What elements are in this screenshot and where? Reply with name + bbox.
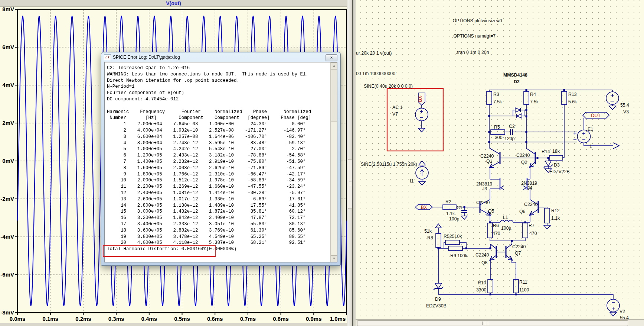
svg-text:-2mV: -2mV: [0, 196, 14, 202]
svg-text:SINE(0 40u 20k 0 0 0 0): SINE(0 40u 20k 0 0 0 0): [364, 84, 413, 89]
resistor-R10: [488, 280, 493, 293]
svg-text:BX: BX: [421, 205, 427, 210]
svg-text:D3: D3: [554, 162, 560, 168]
jfet-gate-arrows: [501, 186, 526, 190]
dialog-content: C2: Increased Cpar to 1.2e-016 WARNING: …: [104, 62, 337, 262]
resistor-R12: [545, 208, 550, 223]
svg-text:Q2: Q2: [521, 160, 527, 165]
svg-text:5.6k: 5.6k: [568, 99, 577, 104]
svg-text:.tran 0 1m 0 20n: .tran 0 1m 0 20n: [456, 50, 489, 55]
zener-D9: [435, 283, 442, 288]
svg-text:0.8ms: 0.8ms: [273, 316, 289, 322]
svg-text:C2240: C2240: [476, 200, 490, 205]
resistor-R3: [487, 91, 492, 104]
svg-text:J4: J4: [527, 185, 532, 191]
svg-text:0.0ms: 0.0ms: [10, 316, 26, 322]
svg-text:C2240: C2240: [524, 202, 537, 207]
svg-text:Q7: Q7: [515, 251, 521, 256]
ltspice-app: { "left_plot": { "title": "V(out)", "y_t…: [0, 0, 644, 326]
svg-text:0.3ms: 0.3ms: [108, 316, 124, 322]
svg-text:L1: L1: [503, 215, 508, 220]
svg-text:100p: 100p: [449, 216, 460, 222]
svg-text:-4mV: -4mV: [0, 233, 14, 240]
svg-text:2mV: 2mV: [2, 120, 14, 126]
svg-text:.OPTIONS plotwinsize=0: .OPTIONS plotwinsize=0: [451, 18, 502, 23]
close-icon[interactable]: x: [326, 54, 337, 61]
svg-text:-8mV: -8mV: [0, 309, 14, 316]
q8-emitter: [490, 255, 496, 260]
scroll-up-icon[interactable]: ▲: [331, 62, 337, 69]
vertical-scrollbar[interactable]: [347, 0, 353, 326]
svg-text:R4: R4: [530, 92, 536, 97]
svg-text:I1: I1: [410, 178, 413, 184]
scroll-grip: [349, 185, 352, 186]
svg-text:D9: D9: [435, 297, 441, 302]
dialog-titlebar[interactable]: LT SPICE Error Log: D:\LT\дифф.log: [101, 52, 340, 62]
spice-error-log-dialog[interactable]: LT SPICE Error Log: D:\LT\дифф.log x C2:…: [101, 52, 341, 266]
svg-text:MMSD4148: MMSD4148: [503, 72, 527, 78]
resistor-R8: [436, 233, 441, 248]
svg-text:E1: E1: [588, 127, 593, 132]
svg-text:120p: 120p: [504, 136, 515, 141]
svg-text:Q6: Q6: [519, 209, 526, 214]
resistor-R13: [562, 91, 567, 104]
svg-text:470: 470: [493, 231, 500, 236]
resistor-R14: [549, 155, 563, 160]
svg-text:7.5k: 7.5k: [493, 99, 502, 104]
scroll-grip: [349, 183, 352, 184]
svg-text:470: 470: [529, 231, 537, 236]
svg-text:0.7ms: 0.7ms: [240, 316, 256, 322]
svg-text:C2240: C2240: [512, 244, 526, 249]
resistor-R6: [487, 223, 493, 238]
svg-text:C1: C1: [457, 205, 462, 210]
schematic-canvas[interactable]: ur 20k 20 1 v(out).OPTIONS plotwinsize=0…: [356, 0, 644, 326]
q2-emitter: [530, 162, 535, 167]
svg-text:0.6ms: 0.6ms: [207, 316, 223, 322]
scroll-grip: [349, 181, 352, 182]
resistor-R9: [448, 246, 462, 251]
svg-text:1100: 1100: [519, 287, 529, 293]
svg-text:1.1k: 1.1k: [551, 216, 560, 221]
junction-dots: [438, 89, 565, 296]
net-flags[interactable]: [415, 93, 609, 210]
dialog-scrollbar[interactable]: ▲ ▼: [330, 62, 337, 262]
q6-emitter: [530, 209, 538, 215]
svg-text:Q8: Q8: [481, 260, 488, 265]
capacitors-inductors: [461, 129, 513, 222]
svg-text:2N3819: 2N3819: [476, 181, 492, 187]
svg-text:0.2ms: 0.2ms: [75, 316, 91, 322]
dialog-scrollbar-thumb[interactable]: [331, 69, 337, 122]
scroll-grip: [482, 322, 488, 325]
svg-text:1: 1: [589, 144, 592, 149]
resistor-R5: [491, 130, 505, 135]
svg-text:0.9ms: 0.9ms: [306, 316, 322, 322]
svg-text:18k: 18k: [552, 149, 560, 154]
svg-text:R14: R14: [542, 149, 550, 154]
resistor-R2: [443, 205, 456, 210]
schematic-pane[interactable]: ur 20k 20 1 v(out).OPTIONS plotwinsize=0…: [356, 0, 644, 326]
horizontal-scrollbar[interactable]: [356, 319, 644, 326]
svg-text:51k: 51k: [424, 229, 432, 234]
svg-text:BX: BX: [418, 96, 423, 102]
svg-text:7.5k: 7.5k: [530, 99, 539, 104]
svg-text:00 1m 1000000000: 00 1m 1000000000: [356, 71, 395, 76]
svg-text:R10: R10: [478, 280, 486, 285]
svg-text:ur 20k 20 1 v(out): ur 20k 20 1 v(out): [356, 51, 392, 56]
dialog-title: SPICE Error Log: D:\LT\дифф.log: [113, 55, 180, 60]
zener-D3: [545, 161, 551, 166]
svg-text:1.0ms: 1.0ms: [330, 316, 346, 322]
scroll-down-icon[interactable]: ▼: [331, 255, 337, 262]
resistor-R4: [524, 91, 529, 104]
plot-title-strip: V(out): [0, 0, 347, 7]
svg-text:C2: C2: [509, 124, 515, 129]
svg-text:R11: R11: [519, 280, 527, 285]
svg-text:2N3819: 2N3819: [521, 181, 537, 186]
svg-text:R6: R6: [493, 223, 499, 228]
resistor-bodies: [436, 91, 567, 293]
inductor-L1: [500, 220, 513, 222]
diodes: [434, 108, 553, 290]
resistor-R7: [523, 223, 528, 238]
error-log-text: C2: Increased Cpar to 1.2e-016 WARNING: …: [105, 62, 337, 255]
horizontal-scrollbar-thumb[interactable]: [357, 320, 628, 326]
svg-text:R9 100k: R9 100k: [450, 253, 468, 258]
